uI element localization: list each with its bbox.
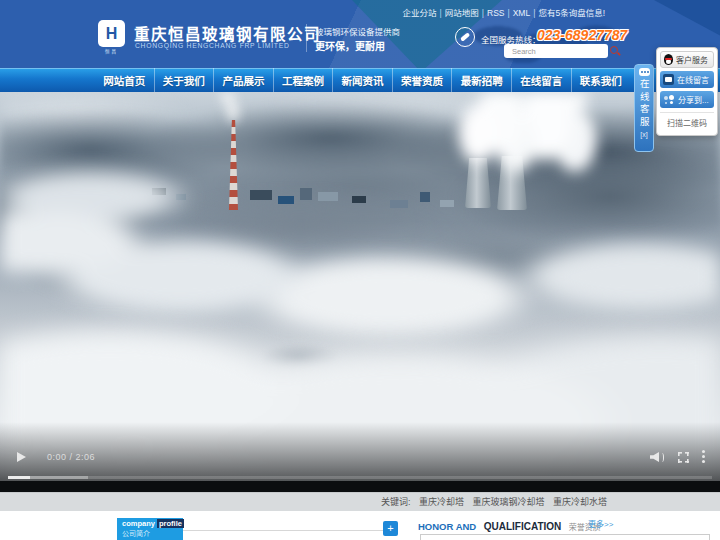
- company-name: 重庆恒昌玻璃钢有限公司: [134, 22, 321, 44]
- topbar-links: 企业分站|网站地图|RSS|XML|您有5条询盘信息!: [401, 6, 607, 18]
- honor-more-link[interactable]: 更多>>: [588, 518, 613, 529]
- nav-item-honor[interactable]: 荣誉资质: [392, 68, 452, 92]
- keyword-link[interactable]: 重庆冷却塔: [419, 497, 464, 507]
- company-profile-more-button[interactable]: +: [383, 521, 398, 536]
- company-profile-cn: 公司简介: [122, 530, 183, 537]
- nav-item-about[interactable]: 关于我们: [154, 68, 214, 92]
- company-profile-header: company profile 公司简介: [117, 518, 183, 540]
- fullscreen-icon[interactable]: [678, 452, 689, 463]
- company-profile-en1: company: [122, 519, 155, 528]
- link-branch-sites[interactable]: 企业分站: [403, 8, 437, 18]
- online-message-button[interactable]: 在线留言: [660, 71, 714, 88]
- volume-icon[interactable]: [650, 452, 664, 462]
- scan-qr-link[interactable]: 扫描二维码: [660, 112, 714, 128]
- phone-icon: [455, 27, 475, 47]
- video-progress-bar[interactable]: [8, 476, 712, 479]
- company-profile-en2: profile: [157, 519, 184, 528]
- honor-title-en2: QUALIFICATION: [484, 521, 562, 532]
- keywords-label: 关键词:: [381, 497, 411, 507]
- link-inquiry-count[interactable]: 您有5条询盘信息!: [538, 8, 605, 18]
- slogan-line2: 更环保，更耐用: [315, 38, 385, 53]
- search-input[interactable]: [504, 47, 609, 56]
- online-service-panel: 客户服务 在线留言 分享到... 扫描二维码: [656, 47, 718, 136]
- slogan-line1: 玻璃钢环保设备提供商: [315, 25, 400, 37]
- service-tab-label: 在线客服: [639, 79, 649, 129]
- more-options-icon[interactable]: [702, 455, 705, 458]
- honor-carousel-box: [420, 534, 710, 540]
- volume-wave: [660, 453, 664, 462]
- online-message-label: 在线留言: [677, 74, 709, 85]
- content-section: company profile 公司简介 + HONOR AND QUALIFI…: [0, 511, 720, 540]
- message-icon: [663, 74, 674, 85]
- homepage: 企业分站|网站地图|RSS|XML|您有5条询盘信息! H 恒昌 重庆恒昌玻璃钢…: [0, 0, 720, 540]
- video-time: 0:00 / 2:06: [47, 452, 95, 462]
- play-button[interactable]: [17, 452, 26, 462]
- progress-played: [8, 476, 30, 479]
- link-xml[interactable]: XML: [513, 8, 530, 18]
- separator: |: [533, 8, 535, 18]
- separator: |: [507, 8, 509, 18]
- site-header: 企业分站|网站地图|RSS|XML|您有5条询盘信息! H 恒昌 重庆恒昌玻璃钢…: [0, 0, 720, 68]
- link-sitemap[interactable]: 网站地图: [445, 8, 479, 18]
- share-button[interactable]: 分享到...: [660, 91, 714, 108]
- service-close-icon[interactable]: [x]: [640, 131, 647, 138]
- link-rss[interactable]: RSS: [487, 8, 504, 18]
- company-logo-icon[interactable]: H: [98, 20, 125, 47]
- volume-speaker: [650, 452, 659, 462]
- logo-caption: 恒昌: [98, 48, 125, 54]
- hero-video-player: 0:00 / 2:06: [0, 92, 720, 492]
- chat-bubble-icon: [639, 68, 650, 76]
- nav-item-home[interactable]: 网站首页: [95, 68, 154, 92]
- nav-item-products[interactable]: 产品展示: [213, 68, 273, 92]
- qq-service-label: 客户服务: [676, 54, 708, 65]
- main-nav: 网站首页 关于我们 产品展示 工程案例 新闻资讯 荣誉资质 最新招聘 在线留言 …: [0, 68, 720, 92]
- honor-title-en1: HONOR AND: [418, 521, 476, 532]
- keyword-link[interactable]: 重庆玻璃钢冷却塔: [472, 497, 544, 507]
- search-bar: [504, 44, 608, 58]
- share-label: 分享到...: [678, 94, 709, 105]
- hotline-number: 023-68927787: [537, 27, 627, 43]
- nav-item-message[interactable]: 在线留言: [511, 68, 571, 92]
- hero-video[interactable]: [0, 92, 720, 492]
- nav-item-contact[interactable]: 联系我们: [571, 68, 631, 92]
- nav-items: 网站首页 关于我们 产品展示 工程案例 新闻资讯 荣誉资质 最新招聘 在线留言 …: [95, 68, 630, 92]
- share-icon: [663, 94, 675, 105]
- keyword-link[interactable]: 重庆冷却水塔: [553, 497, 607, 507]
- keywords-bar: 关键词: 重庆冷却塔 重庆玻璃钢冷却塔 重庆冷却水塔: [0, 492, 720, 511]
- nav-item-cases[interactable]: 工程案例: [273, 68, 333, 92]
- nav-item-jobs[interactable]: 最新招聘: [451, 68, 511, 92]
- header-divider: [306, 24, 307, 52]
- separator: |: [440, 8, 442, 18]
- company-name-en: CHONGQING HENGCHANG FRP LIMITED: [135, 42, 290, 49]
- qq-icon: [664, 54, 673, 65]
- company-profile-underline: [183, 530, 383, 531]
- separator: |: [482, 8, 484, 18]
- online-service-tab[interactable]: 在线客服 [x]: [634, 64, 654, 152]
- qq-service-button[interactable]: 客户服务: [660, 51, 714, 68]
- honor-header: HONOR AND QUALIFICATION 荣誉资质: [418, 516, 601, 534]
- nav-item-news[interactable]: 新闻资讯: [332, 68, 392, 92]
